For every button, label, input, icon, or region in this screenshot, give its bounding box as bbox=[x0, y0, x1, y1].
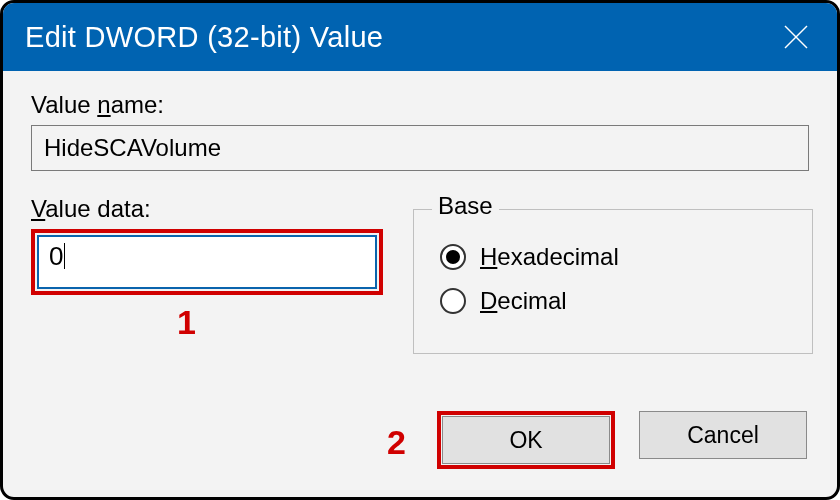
label-text: ecimal bbox=[497, 287, 566, 314]
label-text: Value bbox=[31, 91, 97, 118]
base-groupbox: Base Hexadecimal Decimal bbox=[413, 195, 813, 354]
value-data-input[interactable]: 0 bbox=[37, 235, 377, 289]
value-name-text: HideSCAVolume bbox=[44, 134, 221, 161]
label-text-accel: V bbox=[31, 195, 45, 222]
base-legend: Base bbox=[432, 192, 499, 220]
annotation-number-2: 2 bbox=[387, 423, 406, 462]
dialog-content: Value name: HideSCAVolume Value data: 0 … bbox=[3, 71, 837, 374]
value-name-field[interactable]: HideSCAVolume bbox=[31, 125, 809, 171]
label-text-accel: n bbox=[97, 91, 110, 118]
radio-decimal[interactable]: Decimal bbox=[440, 287, 794, 315]
cancel-button[interactable]: Cancel bbox=[639, 411, 807, 459]
ok-button[interactable]: OK bbox=[442, 416, 610, 464]
radio-hexadecimal[interactable]: Hexadecimal bbox=[440, 243, 794, 271]
close-icon[interactable] bbox=[777, 18, 815, 56]
annotation-number-1: 1 bbox=[177, 303, 196, 342]
value-data-text: 0 bbox=[49, 241, 63, 271]
titlebar: Edit DWORD (32-bit) Value bbox=[3, 3, 837, 71]
radio-icon bbox=[440, 288, 466, 314]
dialog-window: Edit DWORD (32-bit) Value Value name: Hi… bbox=[0, 0, 840, 500]
radio-label: Decimal bbox=[480, 287, 567, 315]
button-label: OK bbox=[509, 427, 542, 454]
annotation-box-1: 0 bbox=[31, 229, 383, 295]
dialog-buttons: OK Cancel bbox=[437, 411, 807, 469]
window-title: Edit DWORD (32-bit) Value bbox=[25, 21, 383, 54]
value-name-label: Value name: bbox=[31, 91, 809, 119]
text-caret bbox=[64, 243, 65, 269]
radio-label: Hexadecimal bbox=[480, 243, 619, 271]
label-text-accel: D bbox=[480, 287, 497, 314]
label-text: alue data: bbox=[45, 195, 150, 222]
label-text-accel: H bbox=[480, 243, 497, 270]
value-data-label: Value data: bbox=[31, 195, 383, 223]
label-text: exadecimal bbox=[497, 243, 618, 270]
label-text: ame: bbox=[111, 91, 164, 118]
radio-icon bbox=[440, 244, 466, 270]
annotation-box-2: OK bbox=[437, 411, 615, 469]
button-label: Cancel bbox=[687, 422, 759, 449]
